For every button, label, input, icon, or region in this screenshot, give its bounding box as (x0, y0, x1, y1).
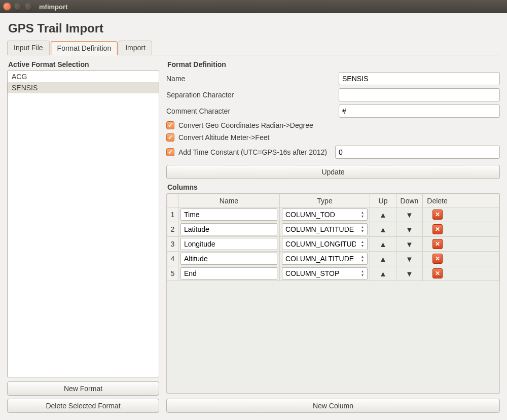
column-type-select[interactable] (282, 208, 368, 221)
row-index: 5 (167, 266, 178, 281)
format-listbox[interactable]: ACG SENSIS (7, 71, 159, 377)
table-row: 4▴▾▲▼✕ (167, 252, 499, 266)
left-buttons: New Format Delete Selected Format (7, 381, 159, 413)
move-down-button[interactable]: ▼ (396, 252, 423, 266)
row-spacer (452, 266, 499, 281)
move-up-button[interactable]: ▲ (370, 252, 396, 266)
column-type-select[interactable] (282, 238, 368, 250)
update-button[interactable]: Update (166, 165, 500, 179)
tabs: Input File Format Definition Import (7, 41, 500, 55)
col-header-down: Down (396, 194, 423, 207)
window-close-icon[interactable] (3, 3, 11, 11)
column-type-select[interactable] (282, 267, 368, 279)
column-name-input[interactable] (180, 223, 277, 235)
app-window: mfimport GPS Trail Import Input File For… (0, 0, 507, 420)
tab-import[interactable]: Import (119, 41, 152, 55)
delete-format-button[interactable]: Delete Selected Format (7, 399, 159, 413)
move-down-button[interactable]: ▼ (396, 207, 423, 222)
col-header-type: Type (280, 194, 370, 207)
convert-altitude-label: Convert Altitude Meter->Feet (178, 133, 269, 142)
row-spacer (452, 207, 499, 222)
right-column: Format Definition Name Separation Charac… (166, 59, 500, 413)
time-constant-input[interactable] (335, 146, 500, 159)
row-spacer (452, 237, 499, 252)
column-name-input[interactable] (180, 238, 277, 250)
format-definition-heading: Format Definition (167, 60, 500, 68)
name-input[interactable] (339, 72, 500, 85)
comment-char-input[interactable] (339, 104, 500, 118)
tab-input-file[interactable]: Input File (7, 41, 50, 55)
comment-char-label: Comment Character (166, 107, 339, 115)
client-area: GPS Trail Import Input File Format Defin… (0, 13, 507, 420)
col-header-spacer (452, 194, 499, 207)
delete-row-button[interactable]: ✕ (432, 209, 443, 220)
new-format-button[interactable]: New Format (7, 381, 159, 396)
add-time-constant-checkbox[interactable] (166, 148, 174, 156)
column-name-input[interactable] (180, 208, 277, 221)
row-index: 1 (167, 207, 178, 222)
move-down-button[interactable]: ▼ (396, 237, 423, 252)
columns-grid: Name Type Up Down Delete 1▴▾▲▼✕2▴▾▲▼✕3▴▾… (166, 193, 500, 394)
tab-format-definition[interactable]: Format Definition (51, 41, 118, 55)
col-header-index (167, 194, 178, 207)
window-minimize-icon[interactable] (14, 3, 22, 11)
window-title: mfimport (39, 3, 67, 11)
move-up-button[interactable]: ▲ (370, 207, 396, 222)
col-header-delete: Delete (423, 194, 452, 207)
separation-char-input[interactable] (339, 88, 500, 101)
column-name-input[interactable] (180, 267, 277, 279)
name-label: Name (166, 75, 339, 83)
move-up-button[interactable]: ▲ (370, 222, 396, 237)
separation-char-label: Separation Character (166, 91, 339, 99)
page-title: GPS Trail Import (8, 21, 500, 36)
new-column-button[interactable]: New Column (166, 399, 500, 413)
move-up-button[interactable]: ▲ (370, 237, 396, 252)
delete-row-button[interactable]: ✕ (432, 254, 443, 264)
convert-geo-checkbox[interactable] (166, 121, 174, 129)
move-down-button[interactable]: ▼ (396, 266, 423, 281)
row-spacer (452, 222, 499, 237)
column-type-select[interactable] (282, 223, 368, 235)
delete-row-button[interactable]: ✕ (432, 239, 443, 249)
move-down-button[interactable]: ▼ (396, 222, 423, 237)
table-row: 5▴▾▲▼✕ (167, 266, 499, 281)
convert-geo-label: Convert Geo Coordinates Radian->Degree (178, 121, 313, 129)
move-up-button[interactable]: ▲ (370, 266, 396, 281)
table-row: 1▴▾▲▼✕ (167, 207, 499, 222)
titlebar: mfimport (0, 0, 507, 13)
window-maximize-icon[interactable] (24, 3, 32, 11)
table-row: 3▴▾▲▼✕ (167, 237, 499, 252)
format-list-item[interactable]: SENSIS (8, 82, 159, 93)
active-format-heading: Active Format Selection (8, 60, 159, 68)
delete-row-button[interactable]: ✕ (432, 268, 443, 278)
col-header-up: Up (370, 194, 396, 207)
convert-altitude-checkbox[interactable] (166, 133, 174, 142)
table-row: 2▴▾▲▼✕ (167, 222, 499, 237)
format-list-item[interactable]: ACG (8, 71, 159, 82)
add-time-constant-label: Add Time Constant (UTC=GPS-16s after 201… (178, 148, 327, 156)
delete-row-button[interactable]: ✕ (432, 224, 443, 234)
col-header-name: Name (178, 194, 280, 207)
column-name-input[interactable] (180, 253, 277, 265)
column-type-select[interactable] (282, 253, 368, 265)
left-column: Active Format Selection ACG SENSIS New F… (7, 59, 159, 413)
tab-pane: Active Format Selection ACG SENSIS New F… (7, 59, 500, 413)
row-index: 3 (167, 237, 178, 252)
row-index: 2 (167, 222, 178, 237)
row-spacer (452, 252, 499, 266)
row-index: 4 (167, 252, 178, 266)
columns-heading: Columns (167, 183, 500, 191)
